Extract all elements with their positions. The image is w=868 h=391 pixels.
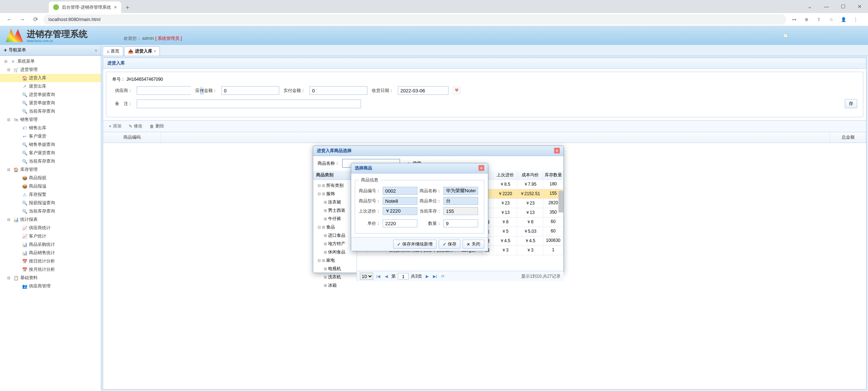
sidebar-item[interactable]: 🔍报损报溢查询 <box>0 199 101 207</box>
sidebar-item[interactable]: 🔍销售单据查询 <box>0 140 101 149</box>
quantity-input[interactable] <box>443 219 478 227</box>
star-icon[interactable]: ☆ <box>826 14 836 25</box>
sidebar-item[interactable]: 🏠进货入库 <box>0 74 101 82</box>
sidebar-item[interactable]: 🔍进货单据查询 <box>0 91 101 99</box>
date-input[interactable] <box>398 86 448 95</box>
sidebar-item[interactable]: 🏷销售出库 <box>0 124 101 132</box>
sidebar-item[interactable]: 📊商品销售统计 <box>0 249 101 257</box>
calendar-icon[interactable]: 📅 <box>453 87 460 94</box>
tab-purchase-in[interactable]: 📥 进货入库 × <box>124 46 160 56</box>
sidebar-item[interactable]: 🔍当前库存查询 <box>0 207 101 215</box>
sidebar-item[interactable]: 📈供应商统计 <box>0 224 101 232</box>
share-icon[interactable]: ⇪ <box>814 14 824 25</box>
sidebar-item[interactable]: 📅按月统计分析 <box>0 265 101 274</box>
category-item[interactable]: ⊞休闲食品 <box>313 248 357 256</box>
close-icon[interactable]: × <box>478 165 484 171</box>
save-and-new-button[interactable]: ✓ 保存并继续新增 <box>393 240 437 249</box>
category-item[interactable]: ⊞进口食品 <box>313 231 357 240</box>
refresh-icon[interactable]: ⟳ <box>440 274 446 279</box>
welcome-text: 欢迎您： admin [ 系统管理员 ] <box>124 35 182 42</box>
tab-close-icon[interactable]: × <box>154 49 156 53</box>
paid-input[interactable] <box>310 86 367 95</box>
sidebar: ✈ 导航菜单 « ⊟≡系统菜单⊟🛒进货管理🏠进货入库↗退货出库🔍进货单据查询🔍退… <box>0 45 101 391</box>
dialog-footer: ✓ 保存并继续新增 ✓ 保存 ✕ 关闭 <box>351 237 488 251</box>
zoom-icon[interactable]: ⊕ <box>801 14 812 25</box>
tab-close-icon[interactable]: × <box>114 4 117 10</box>
category-item[interactable]: ⊟⊞家电 <box>313 256 357 265</box>
sidebar-item[interactable]: ↩客户退货 <box>0 132 101 140</box>
sidebar-item[interactable]: ⊟📊统计报表 <box>0 215 101 224</box>
back-button[interactable]: ← <box>4 14 14 25</box>
sidebar-item[interactable]: 🔍客户退货查询 <box>0 149 101 157</box>
forward-button[interactable]: → <box>17 14 27 25</box>
dialog-title[interactable]: 进货入库商品选择 × <box>313 146 563 156</box>
sidebar-item[interactable]: ⚠库存报警 <box>0 190 101 199</box>
sidebar-item[interactable]: 🔍退货单据查询 <box>0 99 101 107</box>
product-info-fieldset: 商品信息 商品编号： 商品名称： 商品型号： 商品单位： 上次进价 <box>355 177 484 234</box>
prod-stock-field <box>443 207 478 215</box>
paid-label: 实付金额： <box>284 88 305 94</box>
remark-input[interactable] <box>137 100 361 108</box>
product-name-label: 商品名称： <box>318 160 339 167</box>
sidebar-item[interactable]: ⊟📋基础资料 <box>0 274 101 282</box>
reload-button[interactable]: ⟳ <box>30 14 41 25</box>
delete-button[interactable]: 🗑 删除 <box>147 122 167 130</box>
key-icon[interactable]: ⊶ <box>789 14 799 25</box>
category-item[interactable]: ⊟⊞食品 <box>313 223 357 231</box>
sidebar-item[interactable]: ⊟≡系统菜单 <box>0 57 101 66</box>
sidebar-item[interactable]: ⊟🏠库存管理 <box>0 165 101 174</box>
category-item[interactable]: ⊞男士西装 <box>313 206 357 215</box>
first-page-icon[interactable]: |◀ <box>375 274 381 279</box>
sidebar-item[interactable]: ⊟🛒进货管理 <box>0 66 101 74</box>
sidebar-item[interactable]: 🔍当前库存查询 <box>0 107 101 115</box>
prev-page-icon[interactable]: ◀ <box>383 274 389 279</box>
clock-icon[interactable]: 🕐 <box>783 33 788 38</box>
page-input[interactable] <box>398 273 409 279</box>
url-field[interactable]: localhost:8080/main.html <box>43 14 786 25</box>
sidebar-item[interactable]: 📈客户统计 <box>0 232 101 240</box>
category-item[interactable]: ⊞牛仔裤 <box>313 215 357 223</box>
add-button[interactable]: + 添加 <box>106 122 124 130</box>
sidebar-item[interactable]: ⊟🛍销售管理 <box>0 115 101 124</box>
next-page-icon[interactable]: ▶ <box>424 274 430 279</box>
sidebar-item[interactable]: 📅按日统计分析 <box>0 257 101 265</box>
sidebar-item[interactable]: 🔍当前库存查询 <box>0 157 101 165</box>
dialog-title[interactable]: 选择商品 × <box>351 163 488 173</box>
category-item[interactable]: ⊞地方特产 <box>313 240 357 248</box>
scrollbar[interactable] <box>558 191 563 213</box>
due-input[interactable] <box>221 86 279 95</box>
close-icon[interactable]: ✕ <box>851 0 868 13</box>
chevron-down-icon[interactable]: ⌄ <box>801 0 818 13</box>
sidebar-item[interactable]: 👥供应商管理 <box>0 282 101 290</box>
profile-icon[interactable]: 👤 <box>838 14 848 25</box>
close-icon[interactable]: × <box>554 148 560 154</box>
category-item[interactable]: ⊞连衣裙 <box>313 198 357 206</box>
edit-button[interactable]: ✎ 修改 <box>126 122 145 130</box>
new-tab-button[interactable]: + <box>124 3 131 13</box>
category-item[interactable]: ⊞冰箱 <box>313 281 357 290</box>
browser-tab[interactable]: 后台管理-进销存管理系统 × <box>49 1 121 13</box>
close-button[interactable]: ✕ 关闭 <box>463 240 484 249</box>
category-item[interactable]: ⊟⊞所有类别 <box>313 181 357 190</box>
collapse-icon[interactable]: « <box>95 48 97 53</box>
menu-icon[interactable]: ⋮ <box>851 14 861 25</box>
last-page-icon[interactable]: ▶| <box>432 274 438 279</box>
category-item[interactable]: ⊞电视机 <box>313 265 357 273</box>
sidebar-item[interactable]: ↗退货出库 <box>0 82 101 91</box>
save-button[interactable]: 存 <box>845 99 857 108</box>
supplier-input[interactable] <box>139 87 200 94</box>
minimize-icon[interactable]: ― <box>818 0 835 13</box>
sidebar-header: ✈ 导航菜单 « <box>0 45 101 56</box>
sidebar-item[interactable]: 📊商品采购统计 <box>0 240 101 249</box>
category-item[interactable]: ⊞洗衣机 <box>313 273 357 281</box>
maximize-icon[interactable]: ☐ <box>835 0 851 13</box>
sidebar-item[interactable]: 📦商品报溢 <box>0 182 101 190</box>
sidebar-item[interactable]: 📦商品报损 <box>0 174 101 182</box>
price-input[interactable] <box>383 219 417 227</box>
category-item[interactable]: ⊟⊞服饰 <box>313 190 357 198</box>
main-area: ⌂ 首页 📥 进货入库 × 进货入库 单号： JH1646547467090 供… <box>101 45 868 391</box>
page-size-select[interactable]: 10 <box>360 273 373 280</box>
tab-home[interactable]: ⌂ 首页 <box>103 46 123 56</box>
supplier-combo[interactable]: ▼ <box>137 86 191 95</box>
save-button[interactable]: ✓ 保存 <box>439 240 460 249</box>
